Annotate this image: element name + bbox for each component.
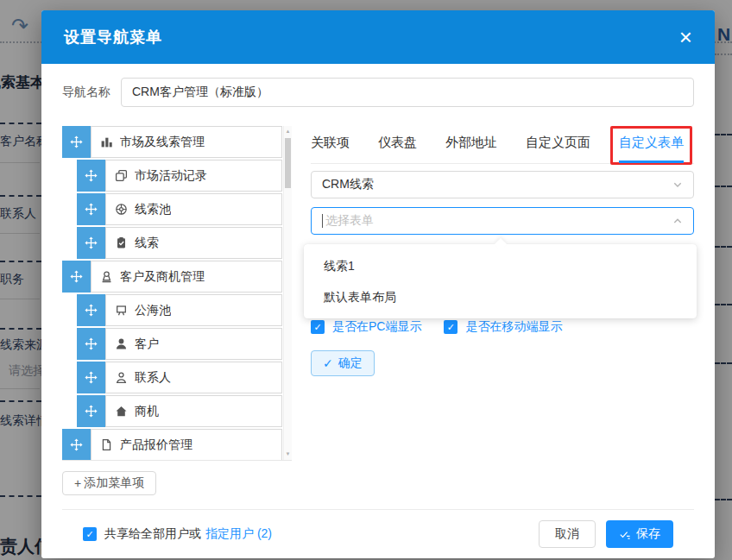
tree-item[interactable]: 客户 — [105, 328, 282, 360]
tree-item-label: 客户及商机管理 — [120, 269, 205, 285]
tree-item[interactable]: 线索池 — [105, 193, 282, 225]
person-outline-icon — [115, 371, 128, 384]
tab-panel: 关联项仪表盘外部地址自定义页面自定义表单 CRM线索 选择表单 线索1默认表单 — [311, 126, 694, 509]
menu-tree: 市场及线索管理 市场活动记录 — [62, 126, 292, 461]
checkbox-pc-label: 是否在PC端显示 — [332, 319, 421, 335]
tree-row[interactable]: 客户 — [62, 328, 282, 360]
tree-item[interactable]: 联系人 — [105, 362, 282, 393]
tab-custom-page[interactable]: 自定义页面 — [526, 126, 590, 163]
drag-handle-icon[interactable] — [77, 328, 105, 360]
tree-item[interactable]: 市场及线索管理 — [91, 126, 282, 158]
scrollbar-thumb[interactable] — [285, 138, 291, 188]
tree-row[interactable]: 联系人 — [62, 362, 282, 393]
pool-icon — [115, 203, 128, 216]
person-fill-icon — [115, 337, 128, 350]
tree-item-label: 客户 — [135, 337, 159, 352]
assigned-users-link[interactable]: 指定用户 (2) — [205, 526, 272, 542]
share-checkbox-group[interactable]: ✓ 共享给全部用户或 指定用户 (2) — [83, 526, 272, 542]
checkbox-mobile-display[interactable]: ✓ 是否在移动端显示 — [444, 319, 562, 335]
nav-name-input[interactable] — [121, 78, 694, 107]
tree-item[interactable]: 商机 — [105, 395, 282, 427]
checkbox-checked-icon: ✓ — [444, 320, 458, 334]
confirm-label: 确定 — [338, 356, 363, 371]
tree-item-label: 商机 — [135, 404, 159, 419]
storefront-icon — [115, 304, 128, 317]
module-select[interactable]: CRM线索 — [311, 171, 694, 198]
tree-item-label: 公海池 — [135, 303, 171, 318]
tree-row[interactable]: 线索池 — [62, 193, 282, 225]
tree-row[interactable]: 产品报价管理 — [62, 429, 282, 461]
cancel-label: 取消 — [555, 526, 579, 542]
dialog-footer: ✓ 共享给全部用户或 指定用户 (2) 取消 保存 — [62, 509, 694, 558]
confirm-button[interactable]: ✓确定 — [311, 350, 375, 376]
menu-tree-column: 市场及线索管理 市场活动记录 — [62, 126, 292, 509]
tree-row[interactable]: 市场及线索管理 — [62, 126, 282, 158]
drag-handle-icon[interactable] — [77, 227, 105, 259]
tree-item-label: 市场活动记录 — [135, 168, 207, 184]
chevron-down-icon — [672, 179, 683, 190]
add-menu-item-label: 添加菜单项 — [84, 475, 144, 491]
screen: ↷ N 线索基本信息 客户名称 联系人 — [0, 0, 732, 560]
dialog-title: 设置导航菜单 — [64, 27, 162, 47]
tree-row[interactable]: 线索 — [62, 227, 282, 259]
scrollbar-up-icon[interactable]: ▲ — [284, 128, 292, 135]
tree-item[interactable]: 产品报价管理 — [91, 429, 282, 461]
drag-handle-icon[interactable] — [77, 395, 105, 427]
tab-related-items[interactable]: 关联项 — [311, 126, 350, 163]
form-select-dropdown: 线索1默认表单布局 — [304, 244, 697, 318]
dialog-body: 导航名称 市场及线索管理 — [41, 64, 715, 558]
cancel-button[interactable]: 取消 — [539, 520, 596, 548]
tree-row[interactable]: 客户及商机管理 — [62, 261, 282, 293]
clipboard-check-icon — [115, 236, 128, 249]
tree-item[interactable]: 公海池 — [105, 294, 282, 326]
drag-handle-icon[interactable] — [62, 429, 91, 461]
home-icon — [115, 405, 128, 418]
save-button[interactable]: 保存 — [606, 520, 673, 548]
document-icon — [100, 438, 113, 451]
form-select-placeholder: 选择表单 — [325, 213, 374, 229]
tab-custom-form[interactable]: 自定义表单 — [619, 126, 684, 163]
drag-handle-icon[interactable] — [62, 126, 91, 158]
share-checkbox[interactable]: ✓ — [83, 527, 97, 541]
tree-item-label: 联系人 — [135, 370, 171, 386]
nav-name-label: 导航名称 — [62, 85, 110, 100]
drag-handle-icon[interactable] — [62, 261, 91, 293]
text-caret — [322, 214, 323, 228]
drag-handle-icon[interactable] — [77, 160, 105, 192]
save-label: 保存 — [636, 526, 660, 542]
chevron-up-icon — [672, 216, 683, 226]
stamp-icon — [100, 270, 113, 283]
tree-item-label: 市场及线索管理 — [120, 135, 205, 150]
menu-tree-rows: 市场及线索管理 市场活动记录 — [62, 126, 282, 461]
nav-name-row: 导航名称 — [62, 78, 694, 107]
drag-handle-icon[interactable] — [77, 294, 105, 326]
save-icon — [619, 528, 631, 540]
nav-menu-settings-dialog: 设置导航菜单 × 导航名称 — [41, 10, 715, 558]
drag-handle-icon[interactable] — [77, 193, 105, 225]
tabs-bar: 关联项仪表盘外部地址自定义页面自定义表单 — [311, 126, 694, 164]
tree-item[interactable]: 线索 — [105, 227, 282, 259]
tree-item[interactable]: 客户及商机管理 — [91, 261, 282, 293]
tree-scrollbar[interactable]: ▲ ▼ — [283, 126, 292, 460]
module-select-value: CRM线索 — [322, 177, 374, 192]
drag-handle-icon[interactable] — [77, 362, 105, 393]
checkbox-checked-icon: ✓ — [311, 320, 325, 334]
dropdown-option[interactable]: 默认表单布局 — [304, 281, 697, 312]
checkbox-pc-display[interactable]: ✓ 是否在PC端显示 — [311, 319, 421, 335]
tree-item[interactable]: 市场活动记录 — [105, 160, 282, 192]
tab-external-url[interactable]: 外部地址 — [445, 126, 497, 163]
add-menu-item-button[interactable]: +添加菜单项 — [62, 471, 156, 495]
share-label: 共享给全部用户或 — [104, 526, 201, 542]
dropdown-options: 线索1默认表单布局 — [304, 250, 697, 312]
tree-row[interactable]: 市场活动记录 — [62, 160, 282, 192]
dropdown-option[interactable]: 线索1 — [304, 250, 697, 281]
bar-chart-icon — [100, 135, 113, 148]
close-icon[interactable]: × — [679, 26, 692, 48]
form-select[interactable]: 选择表单 — [311, 207, 694, 235]
tree-row[interactable]: 公海池 — [62, 294, 282, 326]
tab-dashboard[interactable]: 仪表盘 — [378, 126, 417, 163]
scrollbar-down-icon[interactable]: ▼ — [284, 450, 292, 457]
tree-row[interactable]: 商机 — [62, 395, 282, 427]
copy-icon — [115, 169, 128, 182]
check-icon: ✓ — [323, 356, 333, 370]
